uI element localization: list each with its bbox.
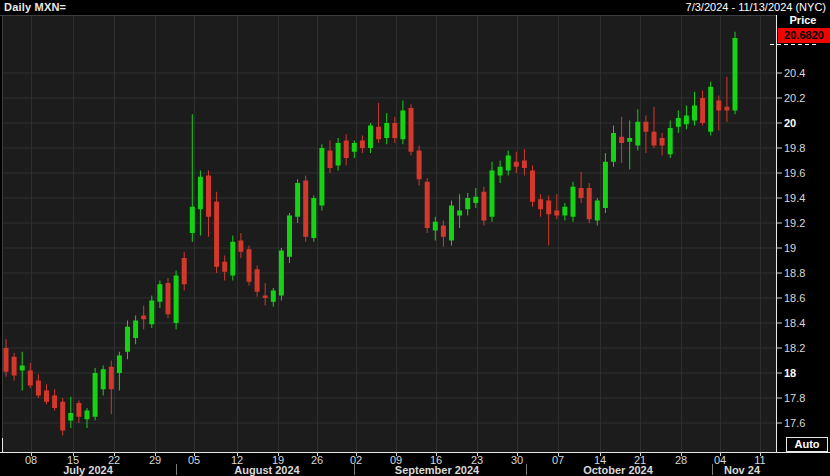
candlestick-plot[interactable] xyxy=(0,0,830,476)
last-price-badge: 20.6820 xyxy=(778,28,830,43)
month-separator xyxy=(176,464,177,475)
price-tick-label: 20.4 xyxy=(784,67,828,79)
chart-window: Daily MXN= 7/3/2024 - 11/13/2024 (NYC) P… xyxy=(0,0,830,476)
price-axis-label: Price xyxy=(778,14,828,26)
chart-date-range: 7/3/2024 - 11/13/2024 (NYC) xyxy=(686,1,826,13)
price-tick-label: 19 xyxy=(784,242,828,254)
price-tick-label: 19.8 xyxy=(784,142,828,154)
price-tick-label: 18.6 xyxy=(784,292,828,304)
date-tick-label: 26 xyxy=(311,454,323,466)
plot-background xyxy=(2,16,776,452)
month-label: Nov 24 xyxy=(724,464,760,476)
date-tick-label: 05 xyxy=(188,454,200,466)
month-label: October 2024 xyxy=(583,464,653,476)
month-label: August 2024 xyxy=(234,464,299,476)
month-separator xyxy=(354,464,355,475)
date-tick-label: 08 xyxy=(25,454,37,466)
date-tick-label: 02 xyxy=(350,454,362,466)
price-tick-label: 19.2 xyxy=(784,217,828,229)
date-tick-label: 30 xyxy=(511,454,523,466)
price-tick-label: 19.4 xyxy=(784,192,828,204)
price-tick-label: 18.8 xyxy=(784,267,828,279)
price-tick-label: 18 xyxy=(784,367,828,379)
chart-header: Daily MXN= 7/3/2024 - 11/13/2024 (NYC) xyxy=(0,0,830,15)
price-tick-label: 17.8 xyxy=(784,392,828,404)
date-tick-label: 29 xyxy=(149,454,161,466)
month-separator xyxy=(526,464,527,475)
price-tick-label: 17.6 xyxy=(784,417,828,429)
date-tick-label: 28 xyxy=(675,454,687,466)
month-label: July 2024 xyxy=(63,464,113,476)
price-tick-label: 19.6 xyxy=(784,167,828,179)
month-label: September 2024 xyxy=(395,464,479,476)
date-tick-label: 07 xyxy=(552,454,564,466)
price-tick-label: 18.4 xyxy=(784,317,828,329)
chart-title: Daily MXN= xyxy=(4,1,66,13)
month-separator xyxy=(712,464,713,475)
price-tick-label: 20 xyxy=(784,117,828,129)
price-tick-label: 18.2 xyxy=(784,342,828,354)
auto-scale-button[interactable]: Auto xyxy=(786,437,828,452)
price-tick-label: 20.2 xyxy=(784,92,828,104)
chart-canvas xyxy=(0,0,830,476)
